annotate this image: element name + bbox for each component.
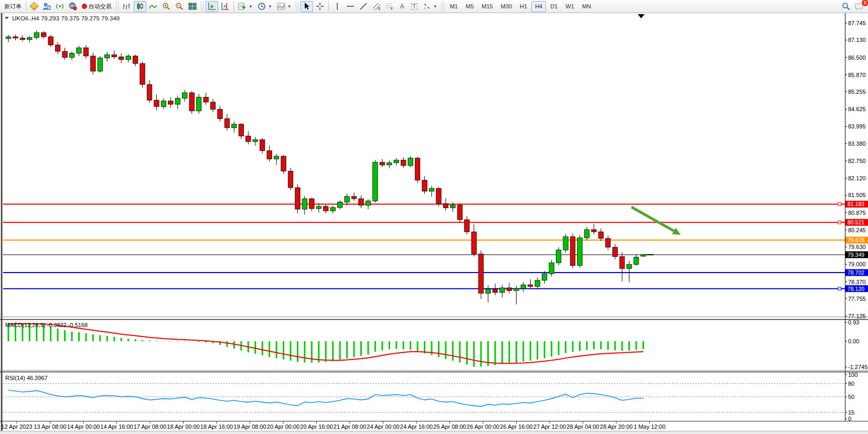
templates-button[interactable]: ▼ (275, 1, 294, 12)
search-button[interactable] (840, 1, 852, 12)
candle-body (627, 264, 631, 268)
timeframe-button-mn[interactable]: MN (578, 1, 595, 12)
green-signal-icon (56, 2, 64, 10)
bar-chart-type-button[interactable] (121, 1, 133, 12)
candle-body (570, 237, 575, 266)
candle-body (281, 156, 286, 171)
clock-icon (258, 2, 266, 10)
zoom-in-button[interactable] (160, 1, 173, 12)
time-tick-label: 24 Apr 00:00 (367, 424, 399, 430)
tile-windows-button[interactable] (186, 1, 199, 12)
candle-body (535, 280, 540, 287)
trendline-tool-button[interactable] (357, 1, 370, 12)
time-tick-label: 12 Apr 2023 (1, 424, 32, 430)
vertical-line-tool-button[interactable] (331, 1, 344, 12)
candle-body (478, 254, 483, 293)
line-handle[interactable] (838, 221, 841, 224)
text-label-tool-button[interactable]: T (409, 1, 420, 12)
horizontal-line-tool-button[interactable] (344, 1, 357, 12)
time-tick-label: 28 Apr 04:00 (566, 424, 599, 430)
price-tick-label: 80.245 (848, 227, 866, 233)
timeframe-button-m5[interactable]: M5 (462, 1, 477, 12)
candle-body (345, 197, 349, 202)
globe-icon (69, 2, 77, 10)
candle-body (366, 201, 370, 205)
candle-body (309, 199, 314, 209)
auto-scroll-button[interactable] (206, 1, 218, 12)
equidistant-channel-icon: E (372, 2, 381, 10)
terminal-button[interactable] (67, 1, 79, 12)
timeframe-button-h4[interactable]: H4 (531, 1, 546, 12)
time-tick-label: 25 Apr 08:00 (433, 424, 466, 430)
toolbar-grip (201, 2, 203, 11)
new-chart-button[interactable]: ▼ (236, 1, 255, 12)
candle-body (55, 45, 60, 51)
timeframe-button-m1[interactable]: M1 (446, 1, 462, 12)
dropdown-caret-icon: ▼ (287, 4, 292, 9)
timeframe-button-w1[interactable]: W1 (562, 1, 578, 12)
chart-shift-button[interactable] (219, 1, 231, 12)
candle-body (98, 58, 102, 71)
candle-body (83, 48, 88, 56)
time-tick-label: 26 Apr 16:00 (500, 424, 532, 430)
data-window-button[interactable] (40, 1, 53, 12)
rsi-axis-label: 80 (848, 381, 854, 387)
rsi-axis-label: 50 (848, 394, 854, 400)
candle-body (373, 162, 378, 201)
price-tick-label: 85.255 (848, 89, 866, 95)
timeframe-button-h1[interactable]: H1 (516, 1, 531, 12)
zoom-out-button[interactable] (173, 1, 186, 12)
chart-period-button[interactable]: ▼ (255, 1, 274, 12)
candle-body (239, 124, 243, 136)
rsi-indicator-label: RSI(14) 46.3967 (5, 375, 48, 381)
price-tick-label: 82.750 (848, 158, 866, 164)
candle-body (634, 257, 638, 265)
time-tick-label: 26 Apr 00:00 (467, 424, 499, 430)
chart-canvas[interactable]: 87.74587.13086.50085.87085.25584.62583.9… (0, 13, 868, 434)
channel-tool-button[interactable]: E (370, 1, 383, 12)
timeframe-button-m15[interactable]: M15 (478, 1, 496, 12)
crosshair-tool-button[interactable] (314, 1, 326, 12)
toolbar-separator (328, 2, 329, 11)
candle-body (457, 205, 462, 220)
candle-body (77, 48, 81, 53)
market-watch-button[interactable] (28, 1, 40, 12)
candle-body (316, 207, 321, 209)
timeframe-button-m30[interactable]: M30 (497, 1, 516, 12)
candle-body (27, 38, 32, 40)
candle-body (161, 101, 166, 107)
candle-body (351, 197, 356, 199)
new-order-button[interactable]: 新订单 (2, 1, 24, 12)
notifications-button[interactable]: 1 (853, 1, 866, 12)
price-tick-label: 84.625 (848, 106, 866, 112)
autotrading-button[interactable]: 自动交易 (80, 1, 114, 12)
line-chart-type-button[interactable] (147, 1, 159, 12)
candle-body (380, 162, 384, 165)
candle-body (147, 84, 152, 100)
candle-body (224, 118, 229, 127)
candlestick-chart-type-button[interactable] (134, 1, 146, 12)
fibonacci-tool-button[interactable]: F (383, 1, 396, 12)
timeframe-button-d1[interactable]: D1 (546, 1, 561, 12)
candle-body (471, 232, 476, 254)
candle-body (613, 247, 617, 257)
price-tick-label: 82.120 (848, 175, 866, 181)
time-tick-label: 19 Apr 08:00 (233, 424, 266, 430)
gold-diamond-icon (30, 2, 39, 11)
macd-indicator-label: MACD(12,26,9) -0.3822 -0.5168 (5, 322, 88, 328)
candle-body (62, 51, 67, 58)
text-tool-button[interactable]: A (397, 1, 408, 12)
auto-scroll-icon (208, 2, 216, 10)
price-tick-label: 79.000 (848, 261, 866, 267)
time-tick-label: 20 Apr 00:00 (267, 424, 299, 430)
candle-body (337, 202, 342, 208)
price-tick-label: 87.130 (848, 37, 866, 43)
candle-body (210, 102, 215, 110)
candle-body (302, 199, 307, 209)
line-handle[interactable] (838, 203, 841, 206)
navigator-button[interactable] (53, 1, 66, 12)
cursor-tool-button[interactable] (301, 1, 313, 12)
candle-body (133, 56, 137, 63)
arrows-tool-button[interactable]: ▼ (421, 1, 440, 12)
line-handle[interactable] (838, 287, 841, 290)
